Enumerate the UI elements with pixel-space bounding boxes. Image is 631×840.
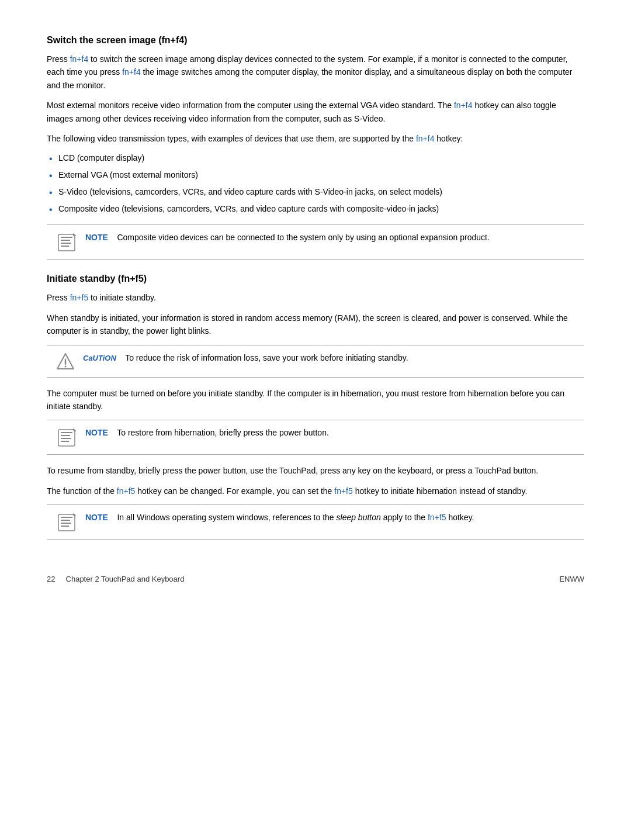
- svg-rect-2: [61, 240, 70, 241]
- video-types-list: LCD (computer display) External VGA (mos…: [47, 152, 584, 215]
- note-icon-2: [56, 427, 77, 448]
- svg-rect-1: [61, 237, 72, 238]
- svg-rect-16: [61, 520, 70, 521]
- note-text-hibernate: NOTE To restore from hibernation, briefl…: [85, 426, 329, 439]
- svg-rect-15: [61, 517, 72, 518]
- note-icon-1: [56, 232, 77, 253]
- page-content: Switch the screen image (fn+f4) Press fn…: [47, 35, 584, 583]
- locale-label: ENWW: [559, 575, 584, 583]
- hotkey-fn-f4-1: fn+f4: [70, 54, 89, 64]
- note-box-hibernate: NOTE To restore from hibernation, briefl…: [47, 420, 584, 455]
- caution-label: CaUTiON: [83, 354, 116, 362]
- note-icon-3: [56, 512, 77, 533]
- footer-left: 22 Chapter 2 TouchPad and Keyboard: [47, 575, 184, 583]
- sleep-button-italic: sleep button: [337, 513, 381, 522]
- footer-right: ENWW: [559, 575, 584, 583]
- svg-rect-11: [61, 435, 70, 436]
- svg-rect-17: [61, 523, 71, 524]
- hotkey-fn-f4-2: fn+f4: [122, 67, 141, 77]
- note-text-composite: NOTE Composite video devices can be conn…: [85, 231, 490, 244]
- section-initiate-standby: Initiate standby (fn+f5) Press fn+f5 to …: [47, 274, 584, 540]
- hotkey-fn-f5-4: fn+f5: [428, 513, 446, 522]
- page-number: 22: [47, 575, 55, 583]
- svg-rect-10: [61, 432, 72, 433]
- section1-para2: Most external monitors receive video inf…: [47, 99, 584, 125]
- note-content-1: Composite video devices can be connected…: [117, 233, 489, 242]
- hotkey-fn-f4-4: fn+f4: [416, 134, 435, 143]
- caution-content: To reduce the risk of information loss, …: [125, 353, 408, 362]
- svg-rect-12: [61, 438, 71, 439]
- svg-rect-18: [61, 526, 69, 527]
- hotkey-fn-f5-3: fn+f5: [334, 486, 353, 496]
- page-footer: 22 Chapter 2 TouchPad and Keyboard ENWW: [47, 575, 584, 583]
- section2-para3: The computer must be turned on before yo…: [47, 387, 584, 413]
- section2-para4: To resume from standby, briefly press th…: [47, 464, 584, 477]
- note-label-1: NOTE: [85, 233, 108, 242]
- section2-title: Initiate standby (fn+f5): [47, 274, 584, 284]
- list-item-vga: External VGA (most external monitors): [47, 169, 584, 181]
- hotkey-fn-f4-3: fn+f4: [454, 101, 473, 110]
- note-content-2: To restore from hibernation, briefly pre…: [117, 428, 329, 437]
- caution-icon: [56, 352, 75, 371]
- svg-rect-3: [61, 243, 71, 244]
- note-content-3: In all Windows operating system windows,…: [117, 513, 474, 522]
- hotkey-fn-f5-1: fn+f5: [70, 293, 89, 302]
- section2-para2: When standby is initiated, your informat…: [47, 312, 584, 338]
- section2-para5: The function of the fn+f5 hotkey can be …: [47, 485, 584, 497]
- svg-rect-4: [61, 246, 69, 247]
- section2-para1: Press fn+f5 to initiate standby.: [47, 291, 584, 304]
- note-box-composite: NOTE Composite video devices can be conn…: [47, 224, 584, 260]
- note-label-3: NOTE: [85, 513, 108, 522]
- hotkey-fn-f5-2: fn+f5: [117, 486, 136, 496]
- section1-para3: The following video transmission types, …: [47, 132, 584, 145]
- svg-point-8: [65, 365, 67, 367]
- list-item-svideo: S-Video (televisions, camcorders, VCRs, …: [47, 186, 584, 198]
- note-label-2: NOTE: [85, 428, 108, 437]
- note-box-sleep: NOTE In all Windows operating system win…: [47, 504, 584, 540]
- section-switch-screen: Switch the screen image (fn+f4) Press fn…: [47, 35, 584, 260]
- list-item-composite: Composite video (televisions, camcorders…: [47, 203, 584, 215]
- svg-rect-13: [61, 441, 69, 442]
- section1-para1: Press fn+f4 to switch the screen image a…: [47, 53, 584, 92]
- caution-text: CaUTiON To reduce the risk of informatio…: [83, 351, 408, 365]
- section1-title: Switch the screen image (fn+f4): [47, 35, 584, 46]
- chapter-label: Chapter 2 TouchPad and Keyboard: [66, 575, 185, 583]
- note-text-sleep: NOTE In all Windows operating system win…: [85, 511, 474, 524]
- list-item-lcd: LCD (computer display): [47, 152, 584, 164]
- caution-box: CaUTiON To reduce the risk of informatio…: [47, 345, 584, 378]
